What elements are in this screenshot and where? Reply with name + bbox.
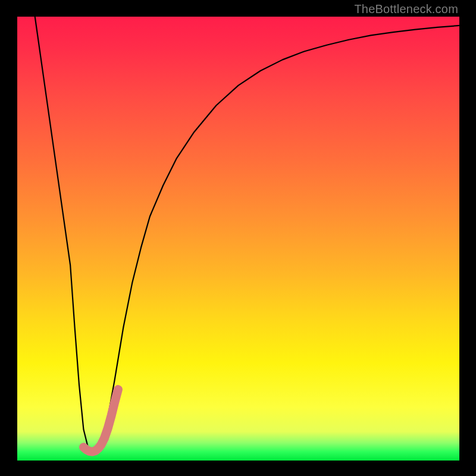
watermark-text: TheBottleneck.com bbox=[354, 2, 458, 16]
marker-segment bbox=[83, 390, 118, 452]
chart-frame: TheBottleneck.com bbox=[0, 0, 476, 476]
curve-layer bbox=[17, 17, 459, 461]
plot-area bbox=[17, 17, 459, 461]
bottleneck-curve bbox=[35, 17, 459, 452]
